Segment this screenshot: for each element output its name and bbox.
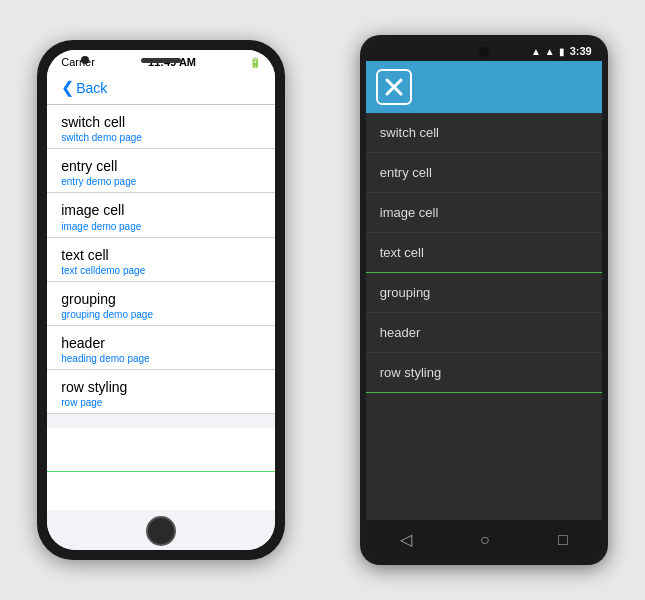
- empty-row: [47, 472, 275, 510]
- item-title: switch cell: [380, 125, 439, 140]
- list-item[interactable]: header heading demo page: [47, 326, 275, 370]
- android-app-icon: [376, 69, 412, 105]
- list-item[interactable]: switch cell: [366, 113, 602, 153]
- carrier-text: Carrier: [61, 56, 95, 68]
- item-title: text cell: [61, 246, 261, 264]
- item-title: entry cell: [61, 157, 261, 175]
- android-camera: [479, 47, 489, 57]
- item-subtitle: row page: [61, 396, 261, 409]
- item-title: image cell: [380, 205, 439, 220]
- android-screen: ▲ ▲ ▮ 3:39 switch cell entry cell imag: [366, 41, 602, 559]
- wifi-icon: ▲: [531, 46, 541, 57]
- battery-icon: ▮: [559, 46, 565, 57]
- iphone-home-area: [47, 510, 275, 550]
- item-subtitle: image demo page: [61, 220, 261, 233]
- x-logo-icon: [383, 76, 405, 98]
- android-time: 3:39: [570, 45, 592, 57]
- item-title: switch cell: [61, 113, 261, 131]
- item-title: text cell: [380, 245, 424, 260]
- iphone-screen: Carrier 11:49 AM 🔋 ❮ Back switch cell sw…: [47, 50, 275, 550]
- item-title: grouping: [380, 285, 431, 300]
- list-spacer: [47, 414, 275, 428]
- back-chevron-icon: ❮: [61, 80, 74, 96]
- item-title: grouping: [61, 290, 261, 308]
- list-item[interactable]: switch cell switch demo page: [47, 105, 275, 149]
- list-item[interactable]: entry cell entry demo page: [47, 149, 275, 193]
- item-title: entry cell: [380, 165, 432, 180]
- list-item[interactable]: image cell: [366, 193, 602, 233]
- list-item[interactable]: entry cell: [366, 153, 602, 193]
- list-item[interactable]: header: [366, 313, 602, 353]
- list-item[interactable]: row styling row page: [47, 370, 275, 414]
- back-nav-icon[interactable]: ◁: [400, 530, 412, 549]
- iphone-list: switch cell switch demo page entry cell …: [47, 105, 275, 510]
- empty-row: [47, 428, 275, 472]
- list-item[interactable]: image cell image demo page: [47, 193, 275, 237]
- item-title: header: [61, 334, 261, 352]
- android-device: ▲ ▲ ▮ 3:39 switch cell entry cell imag: [360, 35, 608, 565]
- list-item[interactable]: text cell: [366, 233, 602, 273]
- item-subtitle: switch demo page: [61, 131, 261, 144]
- iphone-camera: [81, 56, 89, 64]
- list-item[interactable]: grouping: [366, 273, 602, 313]
- list-item[interactable]: grouping grouping demo page: [47, 282, 275, 326]
- home-nav-icon[interactable]: ○: [480, 531, 490, 549]
- iphone-speaker: [141, 58, 181, 63]
- item-title: row styling: [380, 365, 441, 380]
- list-item[interactable]: text cell text celldemo page: [47, 238, 275, 282]
- item-subtitle: entry demo page: [61, 175, 261, 188]
- item-title: image cell: [61, 201, 261, 219]
- signal-icon: ▲: [545, 46, 555, 57]
- item-subtitle: heading demo page: [61, 352, 261, 365]
- recents-nav-icon[interactable]: □: [558, 531, 568, 549]
- item-subtitle: grouping demo page: [61, 308, 261, 321]
- home-button[interactable]: [146, 516, 176, 546]
- item-subtitle: text celldemo page: [61, 264, 261, 277]
- back-label: Back: [76, 80, 107, 96]
- status-icons: ▲ ▲ ▮: [531, 46, 565, 57]
- list-item[interactable]: row styling: [366, 353, 602, 393]
- iphone-device: Carrier 11:49 AM 🔋 ❮ Back switch cell sw…: [37, 40, 285, 560]
- android-list: switch cell entry cell image cell text c…: [366, 113, 602, 520]
- battery-icon: 🔋: [249, 57, 261, 68]
- iphone-nav-bar: ❮ Back: [47, 72, 275, 105]
- android-nav-bar: ◁ ○ □: [366, 520, 602, 559]
- item-title: header: [380, 325, 420, 340]
- back-button[interactable]: ❮ Back: [61, 80, 261, 96]
- android-app-bar: [366, 61, 602, 113]
- item-title: row styling: [61, 378, 261, 396]
